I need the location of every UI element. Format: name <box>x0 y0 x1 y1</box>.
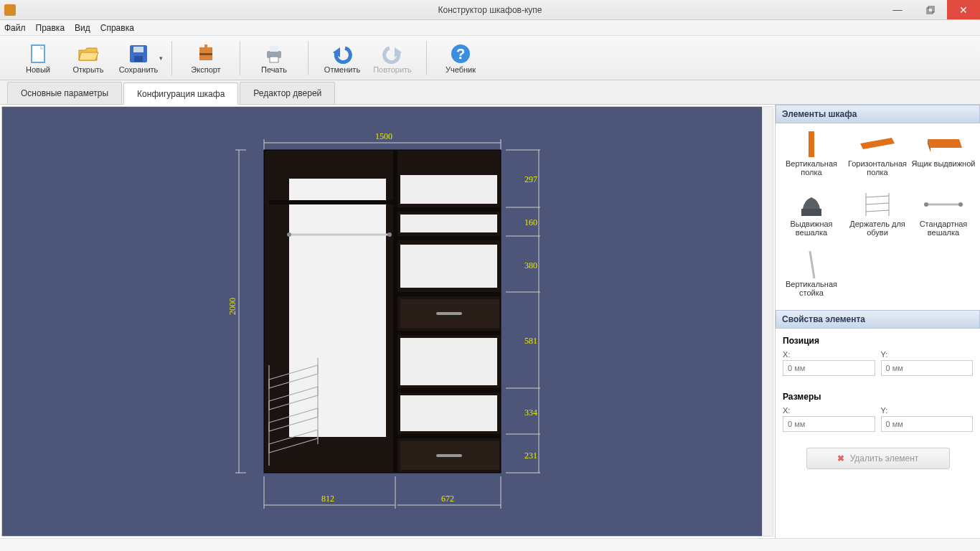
element-shoe-rack[interactable]: Держатель для обуви <box>844 187 910 247</box>
export-button[interactable]: Экспорт <box>181 38 231 78</box>
close-button[interactable]: ✕ <box>947 0 980 19</box>
toolbar: Новый Открыть Сохранить ▾ Экспорт Печать… <box>0 36 980 80</box>
pos-y-input[interactable] <box>881 360 974 376</box>
position-title: Позиция <box>783 336 973 346</box>
titlebar: Конструктор шкафов-купе — ✕ <box>0 0 980 20</box>
undo-button[interactable]: Отменить <box>317 38 367 78</box>
redo-label: Повторить <box>373 65 412 74</box>
new-label: Новый <box>26 65 50 74</box>
dim-r5: 334 <box>524 408 537 418</box>
window-controls: — ✕ <box>881 0 980 19</box>
canvas-wrap: 1500 2000 <box>0 105 775 538</box>
undo-icon <box>331 42 354 65</box>
new-icon <box>27 42 50 65</box>
svg-rect-40 <box>397 331 500 335</box>
design-canvas[interactable]: 1500 2000 <box>1 106 773 537</box>
svg-rect-0 <box>927 8 933 14</box>
tab-main-params[interactable]: Основные параметры <box>7 82 122 104</box>
maximize-button[interactable] <box>914 0 947 19</box>
svg-rect-12 <box>270 57 278 62</box>
minimize-button[interactable]: — <box>881 0 914 19</box>
menu-file[interactable]: Файл <box>4 23 26 33</box>
save-dropdown-icon[interactable]: ▾ <box>159 55 163 62</box>
svg-rect-41 <box>400 338 497 385</box>
svg-marker-62 <box>928 139 962 148</box>
element-horizontal-shelf[interactable]: Горизонтальная полка <box>844 126 910 187</box>
open-button[interactable]: Открыть <box>63 38 113 78</box>
svg-rect-43 <box>400 395 497 431</box>
dim-left-w: 812 <box>321 494 334 504</box>
redo-icon <box>381 42 404 65</box>
props-header: Свойства элемента <box>776 310 980 329</box>
save-icon <box>127 42 150 65</box>
help-icon: ? <box>449 42 472 65</box>
tab-door-editor[interactable]: Редактор дверей <box>240 82 335 104</box>
pos-x-input[interactable] <box>783 360 875 376</box>
svg-marker-61 <box>860 138 895 149</box>
tutorial-button[interactable]: ? Учебник <box>435 38 486 78</box>
export-label: Экспорт <box>191 65 220 74</box>
horizontal-scrollbar[interactable] <box>0 538 980 551</box>
menu-help[interactable]: Справка <box>100 23 134 33</box>
svg-rect-34 <box>400 215 497 232</box>
svg-rect-8 <box>199 53 212 55</box>
tab-row: Основные параметры Конфигурация шкафа Ре… <box>0 80 980 105</box>
open-label: Открыть <box>72 65 103 74</box>
menu-view[interactable]: Вид <box>75 23 90 33</box>
svg-line-69 <box>866 210 889 212</box>
new-button[interactable]: Новый <box>13 38 63 78</box>
svg-rect-64 <box>801 209 821 216</box>
dim-r1: 297 <box>524 174 537 184</box>
element-vertical-shelf[interactable]: Вертикальная полка <box>778 126 844 187</box>
svg-rect-9 <box>204 44 207 50</box>
element-standard-hanger[interactable]: Стандартная вешалка <box>910 187 976 247</box>
svg-rect-32 <box>400 175 497 204</box>
window-title: Конструктор шкафов-купе <box>0 5 980 15</box>
elements-header: Элементы шкафа <box>776 105 980 123</box>
main-area: 1500 2000 <box>0 105 980 538</box>
size-x-input[interactable] <box>783 416 875 432</box>
menubar: Файл Правка Вид Справка <box>0 20 980 36</box>
svg-point-29 <box>387 232 392 237</box>
save-label: Сохранить <box>119 65 159 74</box>
undo-label: Отменить <box>324 65 360 74</box>
element-drawer[interactable]: Ящик выдвижной <box>910 126 976 187</box>
dim-r4: 581 <box>524 336 537 346</box>
svg-rect-36 <box>400 245 497 288</box>
element-vertical-post[interactable]: Вертикальная стойка <box>778 247 844 307</box>
vertical-post-icon <box>791 250 831 280</box>
svg-rect-5 <box>133 47 143 52</box>
svg-rect-26 <box>269 200 393 204</box>
vertical-scrollbar[interactable] <box>762 106 773 537</box>
delete-element-button[interactable]: ✖ Удалить элемент <box>806 448 950 469</box>
svg-line-68 <box>866 203 889 204</box>
menu-edit[interactable]: Правка <box>36 23 65 33</box>
svg-rect-33 <box>397 207 500 212</box>
svg-marker-60 <box>809 131 814 157</box>
print-label: Печать <box>261 65 287 74</box>
pos-x-label: X: <box>783 350 875 359</box>
pos-y-label: Y: <box>881 350 974 359</box>
size-y-input[interactable] <box>881 416 974 432</box>
print-icon <box>263 42 286 65</box>
svg-rect-46 <box>436 454 462 457</box>
print-button[interactable]: Печать <box>249 38 299 78</box>
dim-r6: 231 <box>524 451 537 461</box>
hanger-rod-icon <box>923 189 963 220</box>
delete-icon: ✖ <box>837 453 844 463</box>
svg-rect-11 <box>270 46 278 52</box>
svg-rect-24 <box>393 150 397 473</box>
export-icon <box>194 42 217 65</box>
svg-rect-1 <box>928 6 934 12</box>
tutorial-label: Учебник <box>446 65 476 74</box>
size-y-label: Y: <box>881 406 974 415</box>
elements-grid: Вертикальная полка Горизонтальная полка … <box>776 123 980 310</box>
svg-point-71 <box>924 202 928 207</box>
element-pullout-hanger[interactable]: Выдвижная вешалка <box>778 187 844 247</box>
redo-button[interactable]: Повторить <box>367 38 418 78</box>
save-button[interactable]: Сохранить <box>113 38 164 78</box>
size-title: Размеры <box>783 392 973 402</box>
svg-line-67 <box>866 196 889 197</box>
svg-rect-35 <box>397 236 500 240</box>
tab-configuration[interactable]: Конфигурация шкафа <box>123 83 238 105</box>
